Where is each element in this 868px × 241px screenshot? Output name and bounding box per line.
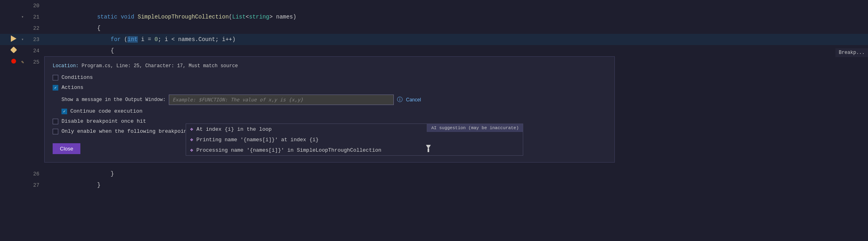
suggestion-text-0: At index {i} in the loop bbox=[197, 126, 272, 132]
line-number-25: 25 bbox=[28, 59, 39, 65]
disable-label: Disable breakpoint once hit bbox=[61, 118, 146, 124]
show-message-input[interactable] bbox=[169, 95, 394, 105]
fold-icon-21[interactable]: ▾ bbox=[19, 14, 26, 19]
line-number-26: 26 bbox=[28, 171, 39, 177]
line-content-27: } bbox=[47, 175, 100, 195]
code-line-26: 26 } bbox=[0, 168, 868, 179]
ai-badge: AI suggestion (may be inaccurate) bbox=[427, 124, 523, 132]
conditions-row: Conditions bbox=[53, 74, 606, 80]
line-number-22: 22 bbox=[28, 25, 39, 31]
bp-location-label: Location: bbox=[53, 63, 79, 69]
suggestion-icon-1: ❖ bbox=[190, 136, 193, 143]
fold-icon-23[interactable]: ▾ bbox=[19, 37, 26, 42]
actions-row: Actions bbox=[53, 84, 606, 91]
suggestion-icon-2: ❖ bbox=[190, 147, 193, 153]
show-message-label: Show a message in the Output Window: bbox=[61, 97, 166, 103]
line-gutter-26: 26 bbox=[0, 171, 44, 177]
suggestion-item-2[interactable]: ❖ Processing name '{names[i]}' in Simple… bbox=[186, 145, 523, 155]
disable-checkbox[interactable] bbox=[53, 119, 58, 124]
suggestion-text-1: Printing name '{names[i]}' at index {i} bbox=[197, 137, 319, 143]
suggestion-text-2: Processing name '{names[i]}' in SimpleLo… bbox=[197, 147, 381, 153]
info-icon[interactable]: ⓘ bbox=[397, 96, 403, 103]
only-enable-checkbox[interactable] bbox=[53, 129, 58, 134]
code-line-23: ▾ 23 for (int i = 0; i < names.Count; i+… bbox=[0, 34, 868, 45]
line-gutter-21: ▾ 21 bbox=[0, 14, 44, 20]
line-number-23: 23 bbox=[28, 37, 39, 43]
suggestions-dropdown: AI suggestion (may be inaccurate) ❖ At i… bbox=[186, 124, 523, 156]
line-gutter-22: 22 bbox=[0, 25, 44, 31]
continue-execution-row: Continue code execution bbox=[61, 108, 606, 114]
continue-checkbox[interactable] bbox=[61, 109, 67, 114]
breakpoint-arrow-23 bbox=[10, 35, 17, 43]
fold-icon-25: ✎ bbox=[19, 60, 26, 65]
continue-label: Continue code execution bbox=[70, 108, 142, 114]
code-line-21: ▾ 21 static void SimpleLoopThroughCollec… bbox=[0, 11, 868, 23]
show-message-row: Show a message in the Output Window: ⓘ C… bbox=[61, 95, 606, 105]
suggestion-item-1[interactable]: ❖ Printing name '{names[i]}' at index {i… bbox=[186, 134, 523, 145]
bookmark-24 bbox=[10, 47, 17, 54]
conditions-checkbox[interactable] bbox=[53, 75, 58, 80]
line-number-21: 21 bbox=[28, 14, 39, 20]
suggestion-icon-0: ❖ bbox=[190, 126, 193, 132]
line-gutter-23: ▾ 23 bbox=[0, 35, 44, 43]
line-gutter-25: ✎ 25 bbox=[0, 59, 44, 65]
line-gutter-27: 27 bbox=[0, 182, 44, 188]
bp-location: Location: Program.cs, Line: 25, Characte… bbox=[53, 63, 606, 69]
line-number-24: 24 bbox=[28, 48, 39, 54]
line-gutter-24: 24 bbox=[0, 47, 44, 54]
actions-checkbox[interactable] bbox=[53, 85, 58, 91]
line-number-20: 20 bbox=[28, 3, 39, 9]
close-button[interactable]: Close bbox=[53, 143, 80, 154]
actions-label: Actions bbox=[61, 84, 84, 91]
cancel-button[interactable]: Cancel bbox=[406, 97, 421, 103]
line-number-27: 27 bbox=[28, 182, 39, 188]
line-gutter-20: 20 bbox=[0, 3, 44, 9]
conditions-label: Conditions bbox=[61, 74, 93, 80]
code-line-27: 27 } bbox=[0, 179, 868, 191]
breakpoints-side-label: Breakp... bbox=[835, 48, 868, 57]
breakpoint-25[interactable] bbox=[10, 59, 17, 65]
bp-location-value: Program.cs, Line: 25, Character: 17, Mus… bbox=[82, 63, 238, 69]
